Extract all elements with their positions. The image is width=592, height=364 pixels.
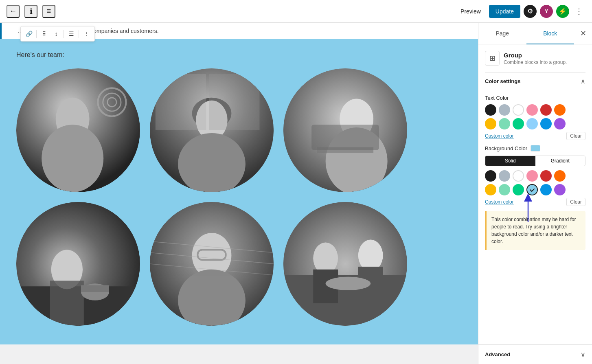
topbar: ← ℹ ≡ Preview Update ⚙ Y ⚡ ⋮ xyxy=(0,0,592,23)
svg-point-3 xyxy=(42,125,103,192)
team-photo-3 xyxy=(283,68,407,192)
swatch-red[interactable] xyxy=(540,104,552,116)
swatch-green[interactable] xyxy=(513,118,524,129)
topbar-left: ← ℹ ≡ xyxy=(7,5,55,18)
main-layout: 🔗 ⠿ ↕ ☰ ⋮ ...in 2020 selling products to… xyxy=(0,23,592,364)
advanced-label: Advanced xyxy=(485,351,510,357)
bg-swatch-yellow[interactable] xyxy=(485,184,496,195)
team-grid xyxy=(16,68,407,326)
team-label: Here's our team: xyxy=(16,51,462,59)
svg-rect-13 xyxy=(209,74,259,130)
svg-point-11 xyxy=(178,133,246,192)
swatch-lblue[interactable] xyxy=(526,118,538,129)
bg-swatch-gray[interactable] xyxy=(499,170,510,182)
back-button[interactable]: ← xyxy=(7,5,20,18)
tab-page[interactable]: Page xyxy=(478,23,526,44)
block-more-button[interactable]: ⋮ xyxy=(81,28,92,39)
team-photo-6 xyxy=(283,202,407,326)
bg-swatch-purple[interactable] xyxy=(554,184,566,195)
color-settings-header[interactable]: Color settings ∧ xyxy=(485,72,585,90)
block-meta: Group Combine blocks into a group. xyxy=(504,52,567,65)
svg-rect-12 xyxy=(156,74,206,130)
block-link-button[interactable]: 🔗 xyxy=(23,28,35,39)
block-drag-button[interactable]: ⠿ xyxy=(38,28,50,39)
tab-block[interactable]: Block xyxy=(526,23,574,44)
advanced-section[interactable]: Advanced ∨ xyxy=(478,344,592,364)
bolt-button[interactable]: ⚡ xyxy=(556,5,569,18)
bg-swatch-skyblue[interactable] xyxy=(526,184,538,195)
solid-gradient-toggle: Solid Gradient xyxy=(485,156,585,166)
block-name: Group xyxy=(504,52,567,59)
info-button[interactable]: ℹ xyxy=(24,5,37,18)
bg-swatch-blue[interactable] xyxy=(540,184,552,195)
svg-rect-24 xyxy=(50,281,84,326)
team-photo-4 xyxy=(16,202,140,326)
text-color-actions: Custom color Clear xyxy=(485,132,585,140)
sidebar-content: ⊞ Group Combine blocks into a group. Col… xyxy=(478,44,592,344)
preview-button[interactable]: Preview xyxy=(456,6,486,17)
bg-swatch-white[interactable] xyxy=(513,170,524,182)
block-move-button[interactable]: ↕ xyxy=(50,28,62,39)
toolbar-divider-2 xyxy=(64,30,64,38)
warning-text: This color combination may be hard for p… xyxy=(491,217,576,244)
bg-color-swatches-row1 xyxy=(485,170,585,182)
swatch-pink[interactable] xyxy=(526,104,538,116)
gear-button[interactable]: ⚙ xyxy=(524,5,537,18)
list-view-button[interactable]: ≡ xyxy=(42,5,55,18)
advanced-arrow: ∨ xyxy=(581,351,585,358)
swatch-black[interactable] xyxy=(485,104,496,116)
solid-button[interactable]: Solid xyxy=(485,156,535,166)
sidebar: Page Block ✕ ⊞ Group Combine blocks into… xyxy=(478,23,592,364)
block-align-button[interactable]: ☰ xyxy=(66,28,77,39)
swatch-yellow[interactable] xyxy=(485,118,496,129)
team-section: Here's our team: xyxy=(0,39,478,344)
color-settings-title: Color settings xyxy=(485,78,520,84)
options-button[interactable]: ⋮ xyxy=(572,5,585,18)
topbar-right: Preview Update ⚙ Y ⚡ ⋮ xyxy=(456,5,585,18)
bg-color-actions: Custom color Clear xyxy=(485,198,585,206)
swatch-white[interactable] xyxy=(513,104,524,116)
bg-swatch-pink[interactable] xyxy=(526,170,538,182)
sidebar-tabs: Page Block ✕ xyxy=(478,23,592,44)
warning-box: This color combination may be hard for p… xyxy=(485,211,585,250)
swatch-blue[interactable] xyxy=(540,118,552,129)
svg-point-40 xyxy=(358,240,383,271)
svg-point-42 xyxy=(326,277,371,290)
swatch-ltgreen[interactable] xyxy=(499,118,510,129)
block-toolbar: 🔗 ⠿ ↕ ☰ ⋮ xyxy=(20,26,95,42)
bg-color-row: Background Color xyxy=(485,145,585,151)
svg-rect-19 xyxy=(311,125,379,150)
swatch-gray[interactable] xyxy=(499,104,510,116)
text-custom-color-link[interactable]: Custom color xyxy=(485,133,514,139)
bg-color-label: Background Color xyxy=(485,145,527,151)
svg-rect-26 xyxy=(81,285,109,292)
text-color-swatches-row2 xyxy=(485,118,585,129)
yoast-button[interactable]: Y xyxy=(540,5,553,18)
bg-swatch-black[interactable] xyxy=(485,170,496,182)
swatch-orange[interactable] xyxy=(554,104,566,116)
text-color-clear-button[interactable]: Clear xyxy=(566,132,585,140)
swatch-purple[interactable] xyxy=(554,118,566,129)
block-icon: ⊞ xyxy=(485,51,500,66)
gradient-button[interactable]: Gradient xyxy=(535,156,585,166)
bg-color-clear-button[interactable]: Clear xyxy=(566,198,585,206)
text-color-label: Text Color xyxy=(485,95,585,101)
bg-swatch-orange[interactable] xyxy=(554,170,566,182)
sidebar-close-button[interactable]: ✕ xyxy=(576,26,590,41)
team-photo-5 xyxy=(150,202,274,326)
text-color-swatches-row1 xyxy=(485,104,585,116)
bg-swatch-green[interactable] xyxy=(513,184,524,195)
team-photo-1 xyxy=(16,68,140,192)
editor-area: 🔗 ⠿ ↕ ☰ ⋮ ...in 2020 selling products to… xyxy=(0,23,478,364)
block-info: ⊞ Group Combine blocks into a group. xyxy=(485,51,585,66)
bg-color-swatches-row2 xyxy=(485,184,585,195)
team-photo-2 xyxy=(150,68,274,192)
toolbar-divider-3 xyxy=(79,30,79,38)
toolbar-divider xyxy=(36,30,37,38)
bg-custom-color-link[interactable]: Custom color xyxy=(485,199,514,205)
block-desc: Combine blocks into a group. xyxy=(504,59,567,65)
bg-swatch-ltgreen[interactable] xyxy=(499,184,510,195)
bg-swatch-red[interactable] xyxy=(540,170,552,182)
bg-color-preview xyxy=(531,145,540,151)
update-button[interactable]: Update xyxy=(489,5,520,18)
